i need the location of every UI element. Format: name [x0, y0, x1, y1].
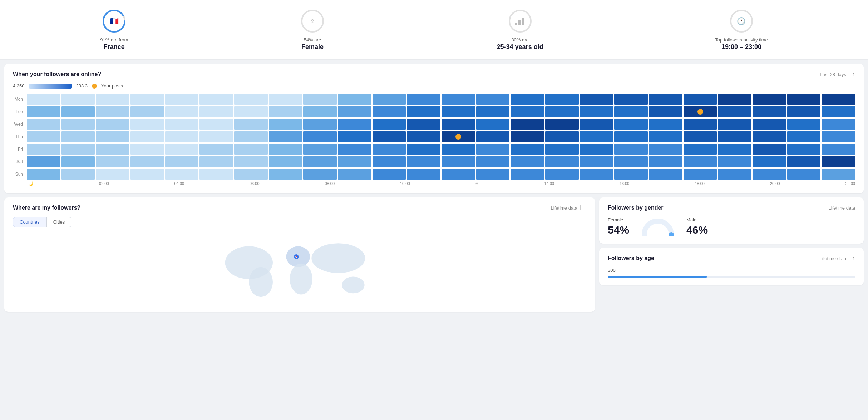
- heatmap-cell: [269, 131, 302, 142]
- time-label: 08:00: [325, 181, 335, 186]
- heatmap-cell: [199, 131, 233, 142]
- heatmap-title: When your followers are online?: [13, 71, 101, 78]
- gender-panel: Followers by gender Lifetime data Female…: [599, 198, 864, 244]
- heatmap-cell: [165, 156, 199, 168]
- time-label: 16:00: [620, 181, 630, 186]
- heatmap-cell: [753, 119, 786, 130]
- heatmap-cell: [476, 156, 510, 168]
- heatmap-cell: [373, 131, 406, 142]
- heatmap-cell: [96, 131, 129, 142]
- heatmap-cell: [96, 94, 129, 105]
- tab-countries[interactable]: Countries: [13, 217, 46, 227]
- heatmap-cell: [442, 169, 475, 180]
- heatmap-cell: [753, 169, 786, 180]
- heatmap-cells: [27, 169, 855, 180]
- heatmap-cell: [545, 106, 579, 118]
- heatmap-cell: [511, 94, 544, 105]
- day-label: Thu: [13, 134, 26, 139]
- heatmap-cell: [27, 144, 60, 155]
- heatmap-grid: MonTueWedThuFriSatSun: [13, 94, 855, 180]
- heatmap-cell: [718, 169, 751, 180]
- heatmap-cell: [199, 169, 233, 180]
- location-export-button[interactable]: [583, 205, 586, 211]
- heatmap-cell: [199, 94, 233, 105]
- heatmap-cell: [130, 106, 164, 118]
- tab-cities[interactable]: Cities: [46, 217, 72, 227]
- svg-point-9: [249, 267, 273, 297]
- age-bar-value: 300: [608, 268, 616, 273]
- heatmap-cell: [580, 156, 613, 168]
- bottom-grid: Where are my followers? Lifetime data Co…: [4, 198, 864, 312]
- heatmap-cell: [822, 144, 855, 155]
- day-label: Mon: [13, 97, 26, 102]
- heatmap-cell: [269, 106, 302, 118]
- heatmap-cell: [303, 106, 337, 118]
- stat-time: 🕐 Top followers activity time 19:00 – 23…: [715, 9, 768, 51]
- heatmap-cell: [442, 131, 475, 142]
- heatmap-cell: [753, 144, 786, 155]
- age-pct-label: 30% are: [511, 37, 528, 42]
- age-panel: Followers by age Lifetime data 300: [599, 248, 864, 285]
- time-label: 20:00: [770, 181, 780, 186]
- heatmap-cell: [718, 131, 751, 142]
- svg-point-18: [644, 221, 671, 236]
- heatmap-wrap: MonTueWedThuFriSatSun 🌙02:0004:0006:0008…: [13, 94, 855, 186]
- heatmap-export-button[interactable]: [852, 71, 855, 78]
- heatmap-meta-divider: [849, 72, 849, 77]
- heatmap-cell: [718, 156, 751, 168]
- heatmap-cell: [27, 156, 60, 168]
- heatmap-cell: [303, 144, 337, 155]
- heatmap-cell: [130, 169, 164, 180]
- heatmap-cell: [649, 106, 682, 118]
- country-pct-label: 91% are from: [100, 37, 128, 42]
- heatmap-cell: [511, 144, 544, 155]
- heatmap-cell: [442, 156, 475, 168]
- gender-symbol-icon: ♀: [310, 16, 316, 26]
- gender-pct-label: 54% are: [304, 37, 321, 42]
- heatmap-legend: 4.250 233.3 Your posts: [13, 83, 855, 89]
- heatmap-cell: [684, 119, 717, 130]
- heatmap-cell: [373, 169, 406, 180]
- clock-icon: 🕐: [737, 17, 746, 25]
- heatmap-cell: [338, 119, 371, 130]
- heatmap-cell: [27, 106, 60, 118]
- heatmap-cell: [407, 144, 440, 155]
- heatmap-cell: [649, 131, 682, 142]
- stat-age: 30% are 25-34 years old: [497, 9, 543, 51]
- heatmap-header: When your followers are online? Last 28 …: [13, 71, 855, 78]
- location-meta-label: Lifetime data: [551, 205, 577, 211]
- time-pct-label: Top followers activity time: [715, 37, 768, 42]
- day-label: Fri: [13, 147, 26, 152]
- heatmap-cell: [753, 156, 786, 168]
- heatmap-cell: [684, 144, 717, 155]
- location-title: Where are my followers?: [13, 205, 80, 211]
- heatmap-cell: [165, 94, 199, 105]
- age-bar-fill: [608, 276, 707, 278]
- heatmap-cells: [27, 131, 855, 142]
- heatmap-cell: [787, 106, 821, 118]
- heatmap-cell: [165, 131, 199, 142]
- time-icon-wrap: 🕐: [729, 9, 754, 34]
- heatmap-cell: [199, 106, 233, 118]
- heatmap-cell: [269, 156, 302, 168]
- heatmap-cell: [234, 94, 268, 105]
- heatmap-cell: [96, 106, 129, 118]
- time-bold-label: 19:00 – 23:00: [721, 43, 761, 51]
- heatmap-cell: [580, 131, 613, 142]
- heatmap-cell: [753, 94, 786, 105]
- heatmap-cell: [614, 169, 648, 180]
- age-export-button[interactable]: [852, 255, 855, 261]
- heatmap-cell: [787, 119, 821, 130]
- heatmap-cell: [442, 144, 475, 155]
- heatmap-cell: [822, 169, 855, 180]
- heatmap-cell: [511, 119, 544, 130]
- time-label: 06:00: [250, 181, 260, 186]
- svg-rect-5: [518, 20, 521, 25]
- heatmap-meta: Last 28 days: [820, 71, 855, 78]
- gender-header: Followers by gender Lifetime data: [608, 205, 855, 211]
- male-stat: Male 46%: [686, 217, 708, 236]
- heatmap-cell: [27, 169, 60, 180]
- heatmap-cell: [407, 106, 440, 118]
- heatmap-cell: [649, 119, 682, 130]
- heatmap-cell: [442, 119, 475, 130]
